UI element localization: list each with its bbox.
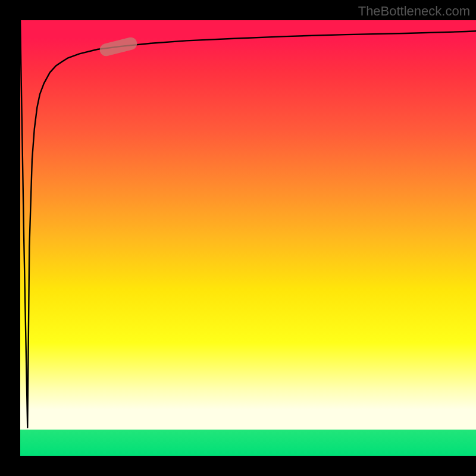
bottleneck-curve (20, 20, 476, 427)
chart-plot-area (20, 20, 476, 456)
attribution-text: TheBottleneck.com (358, 4, 470, 19)
curve-layer (20, 20, 476, 456)
curve-svg (20, 20, 476, 456)
